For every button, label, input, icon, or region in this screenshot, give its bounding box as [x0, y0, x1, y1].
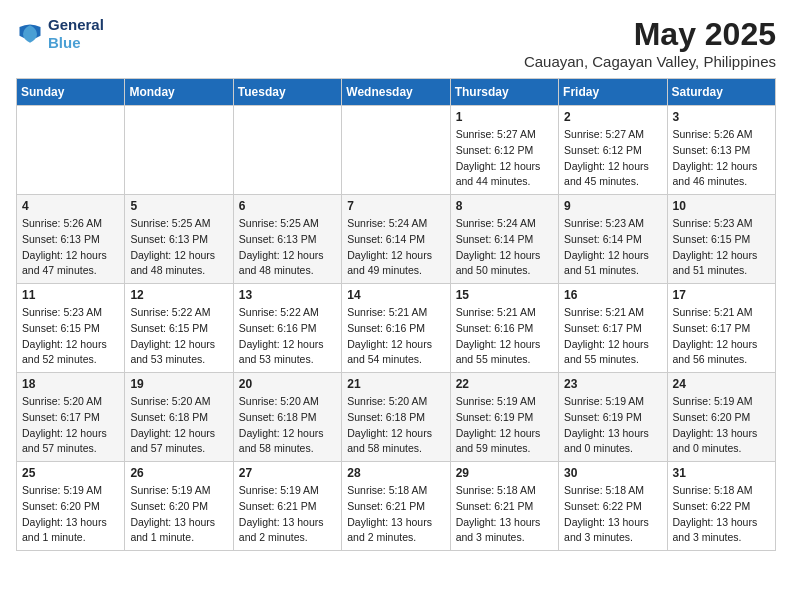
day-cell: 1Sunrise: 5:27 AM Sunset: 6:12 PM Daylig…: [450, 106, 558, 195]
day-number: 3: [673, 110, 770, 124]
day-info: Sunrise: 5:18 AM Sunset: 6:21 PM Dayligh…: [347, 483, 444, 546]
weekday-header-saturday: Saturday: [667, 79, 775, 106]
day-number: 25: [22, 466, 119, 480]
day-info: Sunrise: 5:22 AM Sunset: 6:15 PM Dayligh…: [130, 305, 227, 368]
day-cell: 19Sunrise: 5:20 AM Sunset: 6:18 PM Dayli…: [125, 373, 233, 462]
day-info: Sunrise: 5:18 AM Sunset: 6:22 PM Dayligh…: [673, 483, 770, 546]
day-cell: 2Sunrise: 5:27 AM Sunset: 6:12 PM Daylig…: [559, 106, 667, 195]
day-cell: 5Sunrise: 5:25 AM Sunset: 6:13 PM Daylig…: [125, 195, 233, 284]
day-cell: 18Sunrise: 5:20 AM Sunset: 6:17 PM Dayli…: [17, 373, 125, 462]
day-info: Sunrise: 5:19 AM Sunset: 6:20 PM Dayligh…: [130, 483, 227, 546]
day-info: Sunrise: 5:19 AM Sunset: 6:20 PM Dayligh…: [673, 394, 770, 457]
day-info: Sunrise: 5:23 AM Sunset: 6:15 PM Dayligh…: [673, 216, 770, 279]
day-info: Sunrise: 5:24 AM Sunset: 6:14 PM Dayligh…: [456, 216, 553, 279]
day-info: Sunrise: 5:20 AM Sunset: 6:18 PM Dayligh…: [239, 394, 336, 457]
day-number: 29: [456, 466, 553, 480]
day-info: Sunrise: 5:27 AM Sunset: 6:12 PM Dayligh…: [564, 127, 661, 190]
day-number: 5: [130, 199, 227, 213]
day-cell: 13Sunrise: 5:22 AM Sunset: 6:16 PM Dayli…: [233, 284, 341, 373]
day-number: 17: [673, 288, 770, 302]
day-info: Sunrise: 5:25 AM Sunset: 6:13 PM Dayligh…: [130, 216, 227, 279]
day-info: Sunrise: 5:19 AM Sunset: 6:19 PM Dayligh…: [456, 394, 553, 457]
day-cell: 20Sunrise: 5:20 AM Sunset: 6:18 PM Dayli…: [233, 373, 341, 462]
day-cell: 8Sunrise: 5:24 AM Sunset: 6:14 PM Daylig…: [450, 195, 558, 284]
day-number: 8: [456, 199, 553, 213]
day-cell: 10Sunrise: 5:23 AM Sunset: 6:15 PM Dayli…: [667, 195, 775, 284]
day-number: 18: [22, 377, 119, 391]
day-info: Sunrise: 5:27 AM Sunset: 6:12 PM Dayligh…: [456, 127, 553, 190]
day-cell: 26Sunrise: 5:19 AM Sunset: 6:20 PM Dayli…: [125, 462, 233, 551]
day-info: Sunrise: 5:26 AM Sunset: 6:13 PM Dayligh…: [22, 216, 119, 279]
day-cell: 16Sunrise: 5:21 AM Sunset: 6:17 PM Dayli…: [559, 284, 667, 373]
weekday-header-sunday: Sunday: [17, 79, 125, 106]
day-cell: 11Sunrise: 5:23 AM Sunset: 6:15 PM Dayli…: [17, 284, 125, 373]
day-cell: 9Sunrise: 5:23 AM Sunset: 6:14 PM Daylig…: [559, 195, 667, 284]
day-info: Sunrise: 5:20 AM Sunset: 6:18 PM Dayligh…: [347, 394, 444, 457]
day-cell: 15Sunrise: 5:21 AM Sunset: 6:16 PM Dayli…: [450, 284, 558, 373]
title-area: May 2025 Cauayan, Cagayan Valley, Philip…: [524, 16, 776, 70]
day-number: 21: [347, 377, 444, 391]
day-info: Sunrise: 5:20 AM Sunset: 6:18 PM Dayligh…: [130, 394, 227, 457]
day-info: Sunrise: 5:23 AM Sunset: 6:14 PM Dayligh…: [564, 216, 661, 279]
weekday-header-thursday: Thursday: [450, 79, 558, 106]
calendar-table: SundayMondayTuesdayWednesdayThursdayFrid…: [16, 78, 776, 551]
weekday-header-row: SundayMondayTuesdayWednesdayThursdayFrid…: [17, 79, 776, 106]
day-info: Sunrise: 5:20 AM Sunset: 6:17 PM Dayligh…: [22, 394, 119, 457]
day-cell: [17, 106, 125, 195]
day-cell: 29Sunrise: 5:18 AM Sunset: 6:21 PM Dayli…: [450, 462, 558, 551]
weekday-header-friday: Friday: [559, 79, 667, 106]
day-number: 16: [564, 288, 661, 302]
day-number: 12: [130, 288, 227, 302]
day-cell: 14Sunrise: 5:21 AM Sunset: 6:16 PM Dayli…: [342, 284, 450, 373]
day-number: 9: [564, 199, 661, 213]
day-number: 13: [239, 288, 336, 302]
day-number: 27: [239, 466, 336, 480]
day-number: 31: [673, 466, 770, 480]
day-cell: 25Sunrise: 5:19 AM Sunset: 6:20 PM Dayli…: [17, 462, 125, 551]
day-number: 28: [347, 466, 444, 480]
day-info: Sunrise: 5:23 AM Sunset: 6:15 PM Dayligh…: [22, 305, 119, 368]
day-number: 20: [239, 377, 336, 391]
day-info: Sunrise: 5:19 AM Sunset: 6:19 PM Dayligh…: [564, 394, 661, 457]
day-number: 23: [564, 377, 661, 391]
day-number: 26: [130, 466, 227, 480]
day-info: Sunrise: 5:24 AM Sunset: 6:14 PM Dayligh…: [347, 216, 444, 279]
day-cell: 12Sunrise: 5:22 AM Sunset: 6:15 PM Dayli…: [125, 284, 233, 373]
day-cell: 6Sunrise: 5:25 AM Sunset: 6:13 PM Daylig…: [233, 195, 341, 284]
subtitle: Cauayan, Cagayan Valley, Philippines: [524, 53, 776, 70]
day-cell: 28Sunrise: 5:18 AM Sunset: 6:21 PM Dayli…: [342, 462, 450, 551]
day-number: 7: [347, 199, 444, 213]
day-number: 30: [564, 466, 661, 480]
day-number: 6: [239, 199, 336, 213]
day-cell: 24Sunrise: 5:19 AM Sunset: 6:20 PM Dayli…: [667, 373, 775, 462]
week-row-2: 4Sunrise: 5:26 AM Sunset: 6:13 PM Daylig…: [17, 195, 776, 284]
day-info: Sunrise: 5:21 AM Sunset: 6:17 PM Dayligh…: [564, 305, 661, 368]
day-info: Sunrise: 5:18 AM Sunset: 6:22 PM Dayligh…: [564, 483, 661, 546]
day-cell: 30Sunrise: 5:18 AM Sunset: 6:22 PM Dayli…: [559, 462, 667, 551]
day-number: 2: [564, 110, 661, 124]
day-cell: 21Sunrise: 5:20 AM Sunset: 6:18 PM Dayli…: [342, 373, 450, 462]
day-number: 15: [456, 288, 553, 302]
day-cell: 17Sunrise: 5:21 AM Sunset: 6:17 PM Dayli…: [667, 284, 775, 373]
day-cell: 4Sunrise: 5:26 AM Sunset: 6:13 PM Daylig…: [17, 195, 125, 284]
day-cell: [125, 106, 233, 195]
week-row-5: 25Sunrise: 5:19 AM Sunset: 6:20 PM Dayli…: [17, 462, 776, 551]
day-cell: [233, 106, 341, 195]
main-title: May 2025: [524, 16, 776, 53]
week-row-4: 18Sunrise: 5:20 AM Sunset: 6:17 PM Dayli…: [17, 373, 776, 462]
day-info: Sunrise: 5:26 AM Sunset: 6:13 PM Dayligh…: [673, 127, 770, 190]
day-number: 11: [22, 288, 119, 302]
day-info: Sunrise: 5:25 AM Sunset: 6:13 PM Dayligh…: [239, 216, 336, 279]
day-number: 24: [673, 377, 770, 391]
day-info: Sunrise: 5:22 AM Sunset: 6:16 PM Dayligh…: [239, 305, 336, 368]
header: General Blue May 2025 Cauayan, Cagayan V…: [16, 16, 776, 70]
day-info: Sunrise: 5:19 AM Sunset: 6:21 PM Dayligh…: [239, 483, 336, 546]
weekday-header-wednesday: Wednesday: [342, 79, 450, 106]
day-info: Sunrise: 5:21 AM Sunset: 6:16 PM Dayligh…: [456, 305, 553, 368]
week-row-3: 11Sunrise: 5:23 AM Sunset: 6:15 PM Dayli…: [17, 284, 776, 373]
day-cell: 31Sunrise: 5:18 AM Sunset: 6:22 PM Dayli…: [667, 462, 775, 551]
weekday-header-tuesday: Tuesday: [233, 79, 341, 106]
day-number: 14: [347, 288, 444, 302]
day-number: 4: [22, 199, 119, 213]
day-number: 19: [130, 377, 227, 391]
